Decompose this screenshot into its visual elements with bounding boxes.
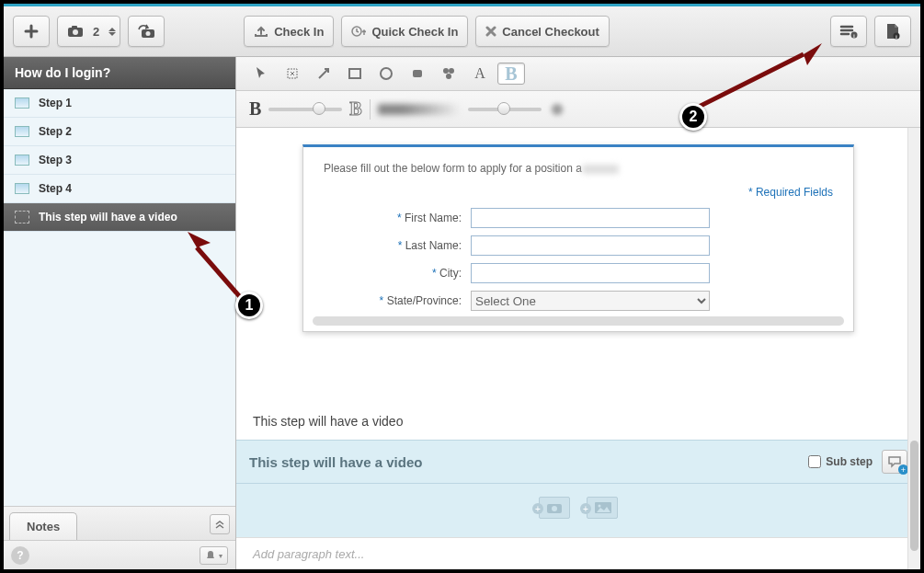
last-name-label: * Last Name: <box>324 239 462 252</box>
substep-checkbox[interactable]: Sub step <box>808 455 873 468</box>
notifications-button[interactable]: ▾ <box>200 546 228 565</box>
editor-pane: A B B B Please fill out the below form t… <box>236 57 920 570</box>
step-item[interactable]: Step 4 <box>4 175 235 203</box>
thumbnail-icon <box>15 183 29 194</box>
svg-rect-1 <box>72 26 77 29</box>
state-label: * State/Province: <box>324 294 462 307</box>
step-list: Step 1 Step 2 Step 3 Step 4 This step wi… <box>4 89 235 232</box>
city-input[interactable] <box>471 263 710 283</box>
svg-point-16 <box>446 74 451 79</box>
form-description: Please fill out the below form to apply … <box>324 162 833 175</box>
horizontal-scrollbar[interactable] <box>313 316 844 326</box>
check-in-button[interactable]: Check In <box>244 16 334 47</box>
svg-point-2 <box>73 29 78 35</box>
svg-line-23 <box>693 54 804 109</box>
crop-tool[interactable] <box>279 63 306 85</box>
paragraph-input[interactable]: Add paragraph text... <box>236 537 920 570</box>
list-info-icon: i <box>839 24 858 39</box>
canvas-area[interactable]: Please fill out the below form to apply … <box>236 128 920 414</box>
video-placeholder-icon <box>15 211 29 223</box>
sequence-tool[interactable] <box>435 63 462 85</box>
last-name-input[interactable] <box>471 235 710 256</box>
upload-icon <box>254 25 268 38</box>
state-select[interactable]: Select One <box>471 291 710 311</box>
first-name-label: * First Name: <box>324 212 462 224</box>
circle-tool[interactable] <box>372 63 400 85</box>
quick-check-in-label: Quick Check In <box>371 25 458 39</box>
annotation-arrow-2 <box>684 36 831 119</box>
notes-tab-label: Notes <box>27 520 60 533</box>
help-button[interactable]: ? <box>11 546 29 565</box>
media-drop-row: + + <box>236 484 920 537</box>
svg-point-18 <box>552 506 557 511</box>
svg-marker-22 <box>188 232 211 247</box>
clock-upload-icon <box>351 25 366 38</box>
blur-strength-preview-a <box>378 104 461 115</box>
city-label: * City: <box>324 267 462 280</box>
svg-point-4 <box>146 31 151 36</box>
article-properties-button[interactable]: i <box>874 16 911 47</box>
blur-strength-preview-b <box>549 101 565 118</box>
step-header-bar: This step will have a video Sub step + <box>236 440 920 484</box>
first-name-input[interactable] <box>471 208 710 228</box>
step-label: This step will have a video <box>39 211 177 223</box>
vertical-scrollbar[interactable] <box>907 128 920 570</box>
add-comment-button[interactable]: + <box>882 450 907 474</box>
step-label: Step 3 <box>39 154 72 166</box>
svg-point-14 <box>443 68 449 74</box>
bell-icon <box>205 550 216 561</box>
callout-marker-2: 2 <box>679 103 707 131</box>
collapse-notes-button[interactable] <box>210 514 230 534</box>
plus-icon: + <box>580 503 591 514</box>
rectangle-tool[interactable] <box>341 63 369 85</box>
arrow-tool[interactable] <box>310 63 337 85</box>
add-video-placeholder[interactable]: + <box>587 497 618 519</box>
add-button[interactable] <box>13 16 50 47</box>
blur-tool[interactable]: B <box>497 63 525 85</box>
thumbnail-icon <box>15 155 29 166</box>
quick-check-in-button[interactable]: Quick Check In <box>341 16 468 47</box>
picture-small-icon <box>595 502 611 513</box>
x-icon <box>485 26 496 37</box>
substep-label: Sub step <box>826 455 873 468</box>
step-item[interactable]: Step 3 <box>4 146 235 175</box>
blurred-text <box>582 165 619 174</box>
camera-icon <box>67 25 84 38</box>
page-info-icon: i <box>884 23 901 40</box>
screenshot-card: Please fill out the below form to apply … <box>302 144 854 332</box>
plus-icon: + <box>532 503 543 514</box>
check-in-label: Check In <box>274 25 324 39</box>
step-header-title[interactable]: This step will have a video <box>249 454 799 470</box>
blur-slider-1[interactable] <box>268 108 342 111</box>
add-image-placeholder[interactable]: + <box>539 497 570 519</box>
chevrons-up-icon <box>215 520 224 529</box>
select-tool[interactable] <box>247 63 275 85</box>
step-label: Step 4 <box>39 182 72 195</box>
thumbnail-icon <box>15 97 29 109</box>
capture-button[interactable]: 2 <box>57 16 120 47</box>
callout-marker-1: 1 <box>235 292 263 319</box>
step-item[interactable]: Step 2 <box>4 118 235 146</box>
svg-point-20 <box>599 505 601 508</box>
blur-slider-2[interactable] <box>468 108 542 111</box>
screenshot-count: 2 <box>87 25 105 39</box>
cancel-checkout-button[interactable]: Cancel Checkout <box>475 16 609 47</box>
filled-rectangle-tool[interactable] <box>404 63 431 85</box>
sharp-preview: B <box>249 98 261 120</box>
swap-camera-icon <box>136 24 156 39</box>
svg-rect-13 <box>413 70 422 77</box>
svg-marker-24 <box>804 43 822 65</box>
required-fields-note: * Required Fields <box>324 186 833 199</box>
step-caption[interactable]: This step will have a video <box>236 414 920 440</box>
notes-tab[interactable]: Notes <box>9 512 77 540</box>
camera-small-icon <box>546 501 563 514</box>
text-tool[interactable]: A <box>466 63 494 85</box>
swap-capture-button[interactable] <box>128 16 165 47</box>
substep-checkbox-input[interactable] <box>808 455 821 468</box>
outline-preview: B <box>349 98 361 120</box>
count-stepper[interactable] <box>108 28 116 36</box>
lesson-properties-button[interactable]: i <box>830 16 867 47</box>
step-item[interactable]: Step 1 <box>4 89 235 118</box>
cancel-checkout-label: Cancel Checkout <box>502 25 599 39</box>
step-label: Step 2 <box>39 125 72 138</box>
